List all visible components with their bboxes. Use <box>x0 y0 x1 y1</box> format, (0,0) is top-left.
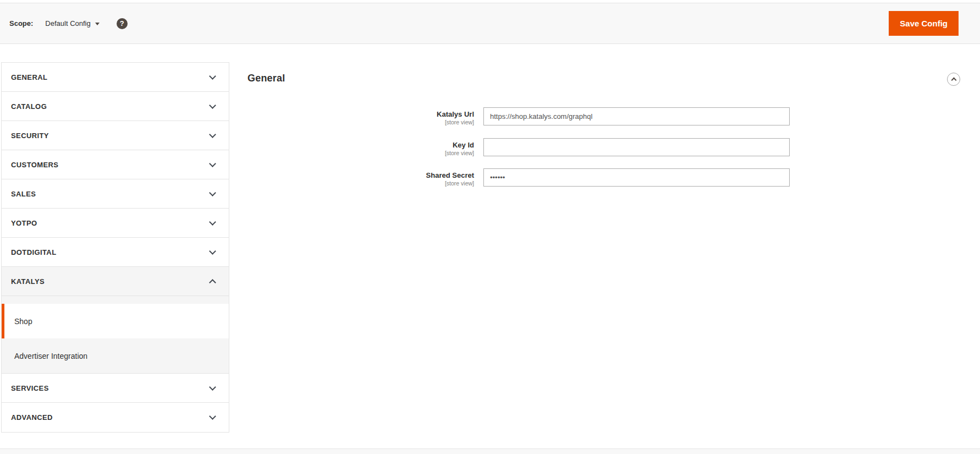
sidebar-section-label: DOTDIGITAL <box>11 248 56 256</box>
field-row-katalys-url: Katalys Url[store view] <box>0 107 980 129</box>
sidebar-sublist: ShopAdvertiser Integration <box>2 296 229 374</box>
sidebar-section-yotpo[interactable]: YOTPO <box>2 209 229 238</box>
field-label-key-id: Key Id[store view] <box>0 141 474 157</box>
scope-bar: Scope: Default Config ? Save Config <box>0 3 980 44</box>
field-label-shared-secret: Shared Secret[store view] <box>0 171 474 187</box>
sidebar-section-general[interactable]: GENERAL <box>2 63 229 92</box>
field-row-key-id: Key Id[store view] <box>0 138 980 160</box>
field-scope-note: [store view] <box>0 180 474 187</box>
caret-down-icon <box>95 23 100 25</box>
chevron-down-icon <box>209 248 216 255</box>
katalys-url-input[interactable] <box>483 107 790 125</box>
field-scope-note: [store view] <box>0 150 474 157</box>
footer-strip <box>0 448 980 454</box>
field-row-shared-secret: Shared Secret[store view] <box>0 168 980 190</box>
section-title: General <box>247 73 285 84</box>
sidebar-item-advertiser-integration[interactable]: Advertiser Integration <box>2 338 229 373</box>
sidebar-section-label: SERVICES <box>11 384 49 392</box>
field-scope-note: [store view] <box>0 119 474 126</box>
sidebar-section-dotdigital[interactable]: DOTDIGITAL <box>2 238 229 267</box>
sidebar-section-label: SALES <box>11 190 36 198</box>
sidebar-section-label: CUSTOMERS <box>11 161 58 169</box>
sidebar-section-label: KATALYS <box>11 277 45 286</box>
chevron-down-icon <box>209 131 216 138</box>
chevron-down-icon <box>209 218 216 226</box>
chevron-up-icon <box>951 78 956 83</box>
sidebar-section-services[interactable]: SERVICES <box>2 374 229 403</box>
field-label-text: Katalys Url <box>0 110 474 119</box>
key-id-input[interactable] <box>483 138 790 156</box>
chevron-down-icon <box>209 73 216 80</box>
save-config-button[interactable]: Save Config <box>889 11 959 36</box>
field-label-text: Shared Secret <box>0 171 474 180</box>
help-icon[interactable]: ? <box>117 18 128 29</box>
scope-label: Scope: <box>9 19 33 28</box>
sidebar-item-shop[interactable]: Shop <box>2 304 229 338</box>
chevron-down-icon <box>209 384 216 391</box>
chevron-up-icon <box>209 279 216 286</box>
shared-secret-input[interactable] <box>483 168 790 187</box>
chevron-down-icon <box>209 413 216 420</box>
scope-switcher[interactable]: Default Config <box>45 19 99 28</box>
sidebar-section-katalys[interactable]: KATALYS <box>2 267 229 296</box>
chevron-down-icon <box>209 160 216 167</box>
field-label-katalys-url: Katalys Url[store view] <box>0 110 474 126</box>
sidebar-item-label: Advertiser Integration <box>14 352 87 360</box>
scope-value: Default Config <box>45 19 90 28</box>
sidebar-section-advanced[interactable]: ADVANCED <box>2 403 229 432</box>
sidebar-section-label: GENERAL <box>11 73 47 81</box>
sidebar-section-label: ADVANCED <box>11 413 53 422</box>
sidebar-section-label: YOTPO <box>11 219 37 227</box>
field-label-text: Key Id <box>0 141 474 150</box>
sidebar-item-label: Shop <box>14 317 32 326</box>
collapse-section-button[interactable] <box>947 73 960 86</box>
